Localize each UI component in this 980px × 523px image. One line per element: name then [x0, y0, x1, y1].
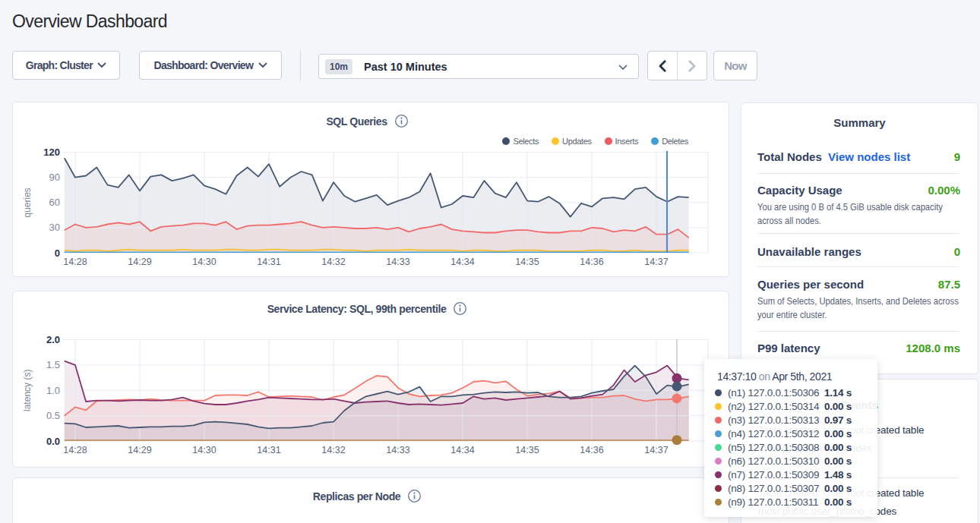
svg-text:0.0: 0.0	[46, 436, 60, 447]
svg-text:1.0: 1.0	[46, 385, 60, 396]
svg-text:0: 0	[55, 247, 60, 259]
svg-text:90: 90	[49, 172, 60, 183]
svg-text:14:30: 14:30	[192, 257, 216, 267]
svg-text:14:36: 14:36	[580, 257, 603, 267]
svg-text:14:30: 14:30	[192, 445, 216, 455]
svg-text:14:37: 14:37	[644, 445, 668, 455]
svg-text:14:29: 14:29	[128, 257, 151, 267]
svg-text:1.5: 1.5	[46, 359, 60, 370]
svg-text:14:33: 14:33	[386, 257, 409, 267]
svg-text:14:35: 14:35	[515, 445, 539, 455]
svg-text:30: 30	[49, 222, 60, 233]
svg-text:14:32: 14:32	[321, 257, 345, 267]
svg-text:2.0: 2.0	[46, 334, 60, 345]
svg-text:14:31: 14:31	[257, 257, 280, 267]
svg-text:120: 120	[43, 147, 60, 158]
svg-text:latency (s): latency (s)	[22, 370, 33, 411]
svg-text:14:33: 14:33	[386, 445, 409, 455]
svg-text:14:32: 14:32	[321, 445, 345, 455]
svg-text:0.5: 0.5	[46, 410, 60, 421]
svg-text:14:28: 14:28	[63, 257, 87, 267]
svg-text:14:31: 14:31	[257, 445, 280, 455]
svg-text:14:34: 14:34	[450, 445, 474, 455]
svg-text:14:35: 14:35	[515, 257, 539, 267]
svg-text:14:36: 14:36	[580, 445, 603, 455]
svg-text:60: 60	[49, 197, 60, 208]
svg-text:14:37: 14:37	[644, 257, 668, 267]
svg-text:14:29: 14:29	[128, 445, 151, 455]
svg-text:14:28: 14:28	[63, 445, 87, 455]
svg-text:queries: queries	[22, 187, 33, 217]
svg-text:14:34: 14:34	[450, 257, 474, 267]
